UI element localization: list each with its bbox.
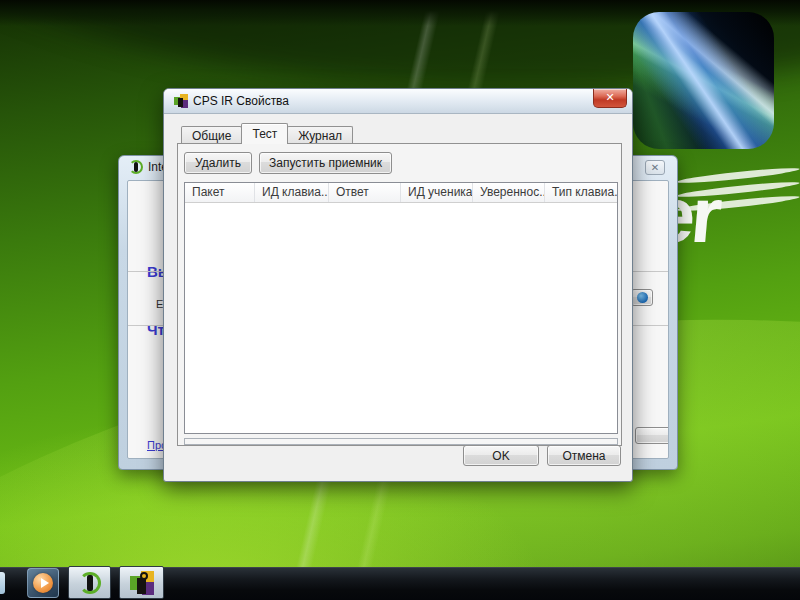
taskbar-edge-item[interactable] xyxy=(0,572,5,594)
blue-orb-icon xyxy=(637,292,648,303)
taskbar-item-cps[interactable] xyxy=(119,566,164,599)
start-receiver-button[interactable]: Запустить приемник xyxy=(259,152,392,174)
tab-strip: Общие Тест Журнал xyxy=(181,123,352,144)
column-header-keypad-type[interactable]: Тип клавиа... xyxy=(545,183,617,202)
cps-icon xyxy=(129,570,155,596)
column-header-confidence[interactable]: Увереннос... xyxy=(473,183,545,202)
table-body-empty[interactable] xyxy=(185,203,617,433)
cps-properties-dialog[interactable]: CPS IR Свойства ✕ Общие Тест Журнал Удал… xyxy=(163,88,633,482)
taskbar-item-interwrite[interactable] xyxy=(68,566,111,599)
tab-test[interactable]: Тест xyxy=(241,123,288,144)
interwrite-mini-button[interactable] xyxy=(631,289,653,306)
interwrite-bottom-button[interactable] xyxy=(635,427,669,444)
interwrite-icon xyxy=(79,572,101,594)
light-streaks-thumbnail xyxy=(633,12,774,149)
cancel-button[interactable]: Отмена xyxy=(547,445,621,466)
horizontal-scrollbar[interactable] xyxy=(184,438,618,445)
taskbar-item-media-player[interactable] xyxy=(27,568,59,598)
column-header-answer[interactable]: Ответ xyxy=(329,183,401,202)
cps-dialog-icon xyxy=(174,94,188,108)
close-icon[interactable]: ✕ xyxy=(593,89,627,108)
ok-button[interactable]: OK xyxy=(463,445,539,466)
desktop: er Inte ✕ Вы Е Чт Про xyxy=(0,0,800,600)
interwrite-icon xyxy=(129,160,143,174)
tab-log[interactable]: Журнал xyxy=(287,126,353,144)
close-icon[interactable]: ✕ xyxy=(645,160,665,175)
dialog-titlebar[interactable]: CPS IR Свойства xyxy=(164,89,632,114)
results-table[interactable]: Пакет ИД клавиа... Ответ ИД ученика Увер… xyxy=(184,182,618,434)
delete-button[interactable]: Удалить xyxy=(184,152,252,174)
column-header-keypad-id[interactable]: ИД клавиа... xyxy=(255,183,329,202)
column-header-student-id[interactable]: ИД ученика xyxy=(401,183,473,202)
tab-panel-test: Удалить Запустить приемник Пакет ИД клав… xyxy=(177,143,622,446)
tab-general[interactable]: Общие xyxy=(181,126,242,144)
dialog-title: CPS IR Свойства xyxy=(193,94,289,108)
table-header-row: Пакет ИД клавиа... Ответ ИД ученика Увер… xyxy=(185,183,617,203)
column-header-packet[interactable]: Пакет xyxy=(185,183,255,202)
play-icon xyxy=(41,578,49,588)
